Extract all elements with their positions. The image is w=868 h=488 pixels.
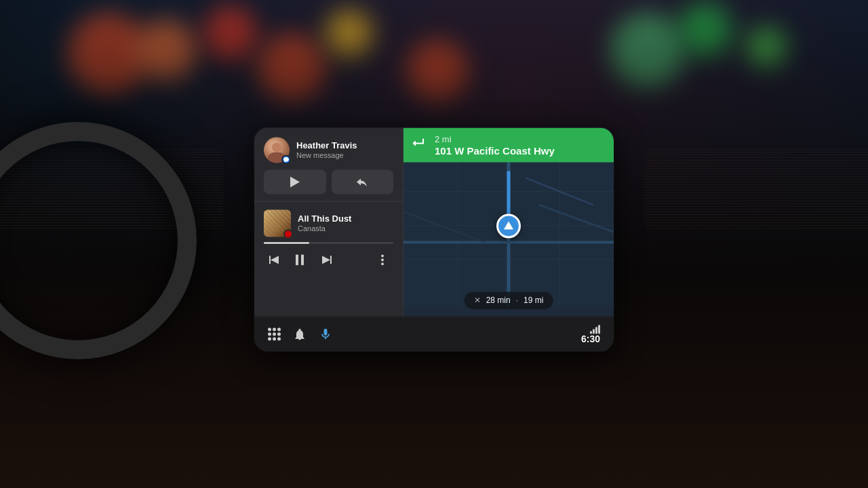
svg-rect-5 — [330, 256, 332, 264]
svg-point-7 — [381, 254, 384, 257]
left-turn-icon — [413, 136, 428, 150]
album-art-wrapper — [264, 209, 291, 237]
svg-marker-6 — [322, 256, 330, 264]
svg-rect-4 — [301, 254, 304, 265]
action-buttons — [264, 169, 393, 194]
pause-button[interactable] — [290, 249, 311, 270]
reply-icon — [357, 177, 368, 186]
svg-rect-3 — [296, 254, 298, 265]
grid-dot-6 — [277, 332, 281, 336]
nav-direction-arrow — [504, 221, 513, 229]
eta-time: 28 min — [486, 296, 511, 305]
bottom-left-icons — [268, 327, 332, 341]
message-card: Heather Travis New message — [254, 127, 403, 201]
turn-arrow-icon — [413, 136, 428, 154]
message-label: New message — [296, 152, 393, 160]
grid-dot-9 — [277, 337, 281, 340]
grid-dot-4 — [268, 332, 271, 336]
grid-dot-8 — [273, 337, 276, 340]
left-panel: Heather Travis New message — [254, 127, 403, 316]
speaker-right — [644, 149, 868, 230]
contact-info: Heather Travis New message — [296, 140, 393, 160]
signal-bar-4 — [598, 325, 600, 333]
messenger-icon — [283, 157, 289, 162]
more-options-button[interactable] — [372, 249, 393, 270]
svg-point-8 — [381, 258, 384, 261]
next-track-button[interactable] — [315, 249, 337, 270]
eta-close-button[interactable]: ✕ — [474, 296, 481, 305]
android-auto-screen: Heather Travis New message — [254, 127, 614, 351]
grid-dot-1 — [268, 327, 271, 331]
apps-grid-icon — [268, 327, 281, 340]
eta-separator: · — [516, 296, 518, 305]
avatar-wrapper — [264, 137, 290, 163]
screen-content: Heather Travis New message — [254, 127, 614, 351]
top-section: Heather Travis New message — [254, 127, 614, 316]
nav-distance: 2 mi — [435, 134, 452, 144]
svg-rect-1 — [269, 256, 271, 264]
prev-icon — [269, 254, 280, 265]
mic-icon — [319, 327, 332, 341]
grid-dot-2 — [273, 327, 276, 331]
music-progress-fill — [264, 242, 309, 243]
music-info-row: All This Dust Canasta — [264, 209, 393, 237]
next-icon — [321, 254, 332, 265]
bell-icon — [293, 327, 307, 341]
song-title: All This Dust — [298, 214, 393, 224]
contact-name: Heather Travis — [296, 140, 393, 151]
eta-distance: 19 mi — [524, 296, 543, 305]
reply-button[interactable] — [332, 169, 394, 194]
signal-bar-3 — [595, 327, 597, 333]
svg-point-9 — [381, 262, 384, 265]
notifications-button[interactable] — [293, 327, 307, 341]
play-icon — [290, 176, 300, 187]
map-panel: 2 mi 101 W Pacific Coast Hwy ✕ 28 min · … — [403, 127, 614, 316]
nav-banner: 2 mi 101 W Pacific Coast Hwy — [403, 127, 614, 162]
play-button[interactable] — [264, 169, 326, 194]
grid-dot-3 — [277, 327, 281, 331]
time-display: 6:30 — [581, 333, 600, 344]
svg-marker-0 — [290, 176, 300, 187]
music-text: All This Dust Canasta — [298, 214, 393, 233]
more-icon — [381, 254, 384, 265]
prev-track-button[interactable] — [264, 249, 285, 270]
signal-area — [590, 324, 600, 333]
music-progress-bar[interactable] — [264, 242, 393, 243]
signal-bars — [590, 324, 600, 333]
signal-bar-2 — [593, 329, 595, 333]
microphone-button[interactable] — [319, 327, 332, 341]
apps-button[interactable] — [268, 327, 281, 340]
nav-info: 2 mi 101 W Pacific Coast Hwy — [435, 133, 555, 157]
contact-row: Heather Travis New message — [264, 137, 393, 163]
music-badge — [283, 229, 293, 239]
artist-name: Canasta — [298, 225, 393, 233]
nav-street: 101 W Pacific Coast Hwy — [435, 145, 555, 157]
status-area: 6:30 — [581, 324, 600, 344]
music-card: All This Dust Canasta — [254, 201, 403, 316]
messenger-badge — [281, 155, 291, 164]
music-controls — [264, 249, 393, 270]
pause-icon — [296, 254, 305, 265]
nav-position-marker — [496, 214, 521, 238]
grid-dot-5 — [273, 332, 276, 336]
svg-marker-2 — [271, 256, 279, 264]
eta-bar: ✕ 28 min · 19 mi — [465, 291, 553, 309]
grid-dot-7 — [268, 337, 271, 340]
bottom-bar: 6:30 — [254, 316, 614, 351]
